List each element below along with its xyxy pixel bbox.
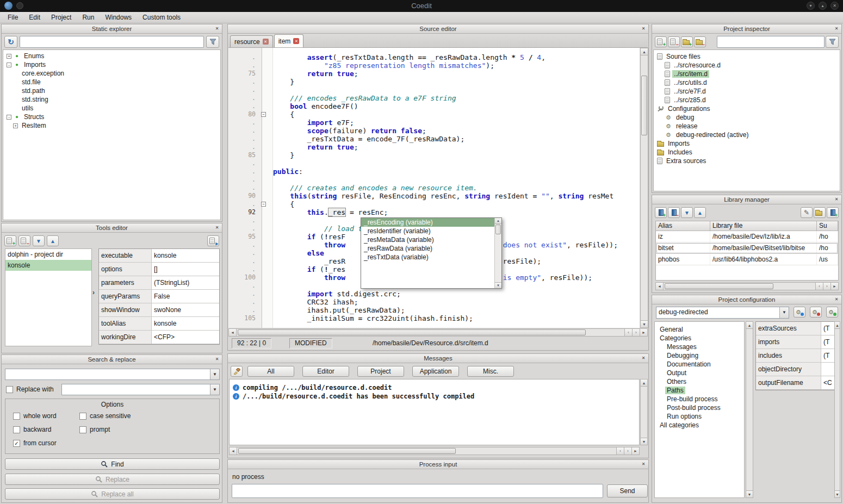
scroll-up-icon[interactable]: ▲: [641, 379, 647, 387]
column-header-su[interactable]: Su: [817, 221, 838, 231]
expander-icon[interactable]: +: [7, 54, 11, 59]
config-category-messages[interactable]: Messages: [655, 343, 744, 351]
replace-all-button[interactable]: Replace all: [5, 488, 220, 500]
config-category-post-build-process[interactable]: Post-build process: [655, 403, 744, 412]
completion-item[interactable]: _resMetaData (variable): [361, 235, 501, 244]
symbol-std-path[interactable]: std.path: [3, 86, 220, 95]
add-source-button[interactable]: +: [655, 36, 667, 47]
config-category-others[interactable]: Others: [655, 377, 744, 386]
project-item-imports[interactable]: Imports: [654, 139, 840, 148]
scroll-small-right-icon[interactable]: ›: [823, 283, 830, 290]
config-prop-value[interactable]: [821, 363, 835, 376]
scroll-small-left-icon[interactable]: ‹: [624, 329, 632, 336]
project-item-debug[interactable]: ⚙debug: [654, 113, 840, 122]
replace-term-combobox[interactable]: ▼: [61, 384, 220, 395]
code-line[interactable]: . scope(failure) return false;: [228, 127, 640, 135]
tool-prop-row[interactable]: toolAliaskonsole: [99, 317, 219, 331]
symbol-std-file[interactable]: std.file: [3, 78, 220, 86]
add-tool-button[interactable]: +: [4, 235, 16, 246]
scroll-track[interactable]: [237, 447, 616, 455]
library-horizontal-scrollbar[interactable]: ◄ ‹ › ►: [655, 282, 839, 290]
config-prop-value[interactable]: <C: [821, 376, 835, 389]
config-tree-scrollbar[interactable]: ▲ ▼: [746, 321, 753, 498]
inspector-filter-input[interactable]: [717, 36, 825, 48]
code-line[interactable]: .: [228, 159, 640, 167]
scroll-left-icon[interactable]: ◄: [656, 283, 664, 290]
close-panel-icon[interactable]: ✕: [214, 356, 220, 363]
move-tool-up-button[interactable]: ▲: [47, 235, 59, 246]
add-configuration-button[interactable]: ⚙: [826, 307, 838, 318]
config-prop-row[interactable]: extraSources(T: [756, 322, 835, 335]
code-line[interactable]: .public:: [228, 167, 640, 176]
completion-item[interactable]: _resEncoding (variable): [361, 218, 501, 227]
code-line[interactable]: . return true;: [228, 143, 640, 151]
project-item-release[interactable]: ⚙release: [654, 122, 840, 130]
tool-item-dolphin-project-dir[interactable]: dolphin - project dir: [5, 249, 91, 260]
code-line[interactable]: 75 return true;: [228, 70, 640, 78]
code-line[interactable]: 80− {: [228, 110, 640, 119]
scroll-down-icon[interactable]: ▼: [746, 490, 753, 497]
symbol-resitem[interactable]: +ResItem: [3, 121, 220, 130]
splitter-arrow-icon[interactable]: ›: [92, 289, 95, 296]
messages-filter-application[interactable]: Application: [412, 366, 459, 377]
code-line[interactable]: . import e7F;: [228, 119, 640, 127]
library-from-folder-button[interactable]: [814, 207, 826, 218]
project-item-includes[interactable]: Includes: [654, 148, 840, 157]
project-item-debug-redirected-active[interactable]: ⚙debug-redirected (active): [654, 130, 840, 139]
expander-icon[interactable]: -: [7, 63, 11, 67]
code-line[interactable]: . bool encodee7F(): [228, 102, 640, 110]
config-category-pre-build-process[interactable]: Pre-build process: [655, 395, 744, 403]
remove-configuration-button[interactable]: ⚙: [810, 307, 822, 318]
messages-filter-project[interactable]: Project: [357, 366, 404, 377]
close-panel-icon[interactable]: ✕: [640, 26, 647, 32]
scroll-right-icon[interactable]: ►: [830, 283, 838, 290]
library-row-phobos[interactable]: phobos/usr/lib64/libphobos2.a/us: [656, 254, 838, 265]
tool-prop-row[interactable]: options[]: [99, 263, 219, 276]
close-panel-icon[interactable]: ✕: [214, 26, 220, 32]
tool-prop-value[interactable]: swoNone: [152, 303, 219, 316]
filter-options-button[interactable]: [206, 36, 219, 48]
tool-prop-row[interactable]: workingDire<CFP>: [99, 331, 219, 344]
scroll-up-icon[interactable]: ▲: [835, 322, 840, 329]
fold-marker-icon[interactable]: −: [261, 112, 266, 117]
fold-marker-icon[interactable]: −: [261, 202, 266, 207]
symbol-utils[interactable]: utils: [3, 104, 220, 113]
config-category-categories[interactable]: Categories: [655, 334, 744, 343]
project-item-extra-sources[interactable]: Extra sources: [654, 157, 840, 165]
close-panel-icon[interactable]: ✕: [833, 196, 840, 203]
project-item-src-utils-d[interactable]: ../src/utils.d: [654, 78, 840, 87]
replace-with-checkbox[interactable]: [6, 386, 13, 393]
tool-prop-value[interactable]: (TStringList): [152, 276, 219, 289]
tab-close-icon[interactable]: ✕: [293, 38, 299, 44]
column-header-alias[interactable]: Alias: [656, 221, 710, 231]
sync-configurations-button[interactable]: ⚙: [794, 307, 805, 318]
scroll-thumb[interactable]: [665, 283, 773, 289]
tool-prop-row[interactable]: queryParamsFalse: [99, 290, 219, 303]
add-library-button[interactable]: +: [655, 207, 667, 218]
from-cursor-checkbox[interactable]: ✓: [13, 440, 20, 447]
config-prop-value[interactable]: (T: [821, 322, 835, 335]
symbol-core-exception[interactable]: core.exception: [3, 69, 220, 78]
code-line[interactable]: . }: [228, 78, 640, 86]
option-prompt[interactable]: prompt: [79, 426, 215, 433]
expander-icon[interactable]: +: [13, 123, 18, 128]
project-item-src-resource-d[interactable]: ../src/resource.d: [654, 61, 840, 70]
code-line[interactable]: . ihash.put(_resRawData);: [228, 306, 640, 314]
code-line[interactable]: . CRC32 ihash;: [228, 298, 640, 306]
code-line[interactable]: 105 _initialSum = crc322uint(ihash.finis…: [228, 314, 640, 322]
config-prop-value[interactable]: (T: [821, 349, 835, 362]
messages-filter-editor[interactable]: Editor: [302, 366, 349, 377]
maximize-icon[interactable]: ▴: [819, 2, 827, 10]
config-category-output[interactable]: Output: [655, 369, 744, 377]
messages-horizontal-scrollbar[interactable]: ◄ ‹ › ►: [229, 447, 640, 455]
project-item-src-z85-d[interactable]: ../src/z85.d: [654, 96, 840, 104]
library-row-bitset[interactable]: bitset/home/basile/Dev/Bitset/lib/bitse/…: [656, 242, 838, 254]
config-category-all-categories[interactable]: All categories: [655, 421, 744, 430]
expander-icon[interactable]: -: [7, 115, 11, 120]
filter-options-button[interactable]: [826, 36, 839, 48]
send-button[interactable]: Send: [607, 484, 648, 497]
config-prop-row[interactable]: outputFilename<C: [756, 376, 835, 390]
find-button[interactable]: Find: [5, 458, 220, 470]
config-category-paths[interactable]: Paths: [655, 386, 744, 395]
scroll-up-icon[interactable]: ▲: [746, 322, 753, 329]
